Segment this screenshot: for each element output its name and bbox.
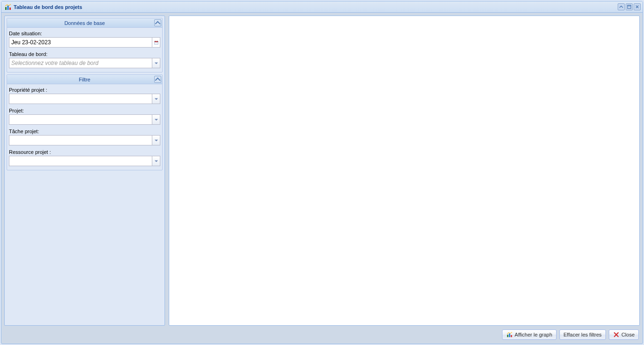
close-icon[interactable] xyxy=(634,3,641,10)
svg-rect-2 xyxy=(9,8,11,10)
chevron-down-icon[interactable] xyxy=(152,94,160,104)
resource-label: Ressource projet : xyxy=(9,149,160,155)
show-graph-label: Afficher le graph xyxy=(515,332,552,337)
show-graph-button[interactable]: Afficher le graph xyxy=(502,329,557,340)
form-row-resource: Ressource projet : xyxy=(9,149,160,166)
fieldset-filter-title: Filtre xyxy=(79,77,90,82)
chart-icon xyxy=(506,331,513,338)
project-combo[interactable] xyxy=(9,114,160,125)
collapse-up-icon[interactable] xyxy=(154,19,161,26)
close-icon xyxy=(613,331,620,338)
clear-filters-label: Effacer les filtres xyxy=(564,332,602,337)
chevron-down-icon[interactable] xyxy=(152,136,160,145)
svg-rect-15 xyxy=(509,333,510,337)
resource-input[interactable] xyxy=(9,156,152,166)
titlebar: Tableau de bord des projets xyxy=(1,1,643,13)
property-combo[interactable] xyxy=(9,94,160,104)
form-row-project: Projet: xyxy=(9,108,160,125)
window-title: Tableau de bord des projets xyxy=(14,4,618,10)
form-row-property: Propriété projet : xyxy=(9,87,160,104)
chevron-down-icon[interactable] xyxy=(152,115,160,124)
clear-filters-button[interactable]: Effacer les filtres xyxy=(559,329,606,340)
chevron-down-icon[interactable] xyxy=(152,58,160,68)
fieldset-base-data: Données de base Date situation: xyxy=(7,18,163,72)
collapse-up-icon[interactable] xyxy=(618,3,625,10)
dashboard-combo[interactable] xyxy=(9,58,160,68)
dashboard-input[interactable] xyxy=(9,58,152,68)
svg-rect-1 xyxy=(8,6,9,10)
date-situation-input[interactable] xyxy=(9,38,152,47)
fieldset-filter: Filtre Propriété projet : xyxy=(7,74,163,170)
footer-toolbar: Afficher le graph Effacer les filtres Cl… xyxy=(4,329,640,341)
maximize-icon[interactable] xyxy=(626,3,633,10)
svg-rect-16 xyxy=(510,335,512,337)
form-row-date: Date situation: xyxy=(9,31,160,48)
task-combo[interactable] xyxy=(9,135,160,145)
task-label: Tâche projet: xyxy=(9,128,160,134)
chevron-down-icon[interactable] xyxy=(152,156,160,166)
form-row-dashboard: Tableau de bord: xyxy=(9,51,160,68)
fieldset-filter-header: Filtre xyxy=(7,75,162,84)
content-area: Données de base Date situation: xyxy=(4,16,640,326)
form-row-task: Tâche projet: xyxy=(9,128,160,145)
close-label: Close xyxy=(621,332,635,337)
chart-icon xyxy=(4,3,12,11)
resource-combo[interactable] xyxy=(9,156,160,166)
task-input[interactable] xyxy=(9,136,152,145)
collapse-up-icon[interactable] xyxy=(154,76,161,83)
close-button[interactable]: Close xyxy=(609,329,639,340)
svg-rect-14 xyxy=(507,335,509,337)
fieldset-base-title: Données de base xyxy=(64,20,105,26)
main-graph-area xyxy=(169,16,640,326)
property-input[interactable] xyxy=(9,94,152,104)
window-body: Données de base Date situation: xyxy=(1,13,643,344)
svg-rect-11 xyxy=(155,42,156,43)
window-tools xyxy=(618,3,641,10)
dashboard-label: Tableau de bord: xyxy=(9,51,160,57)
date-situation-field[interactable] xyxy=(9,37,160,48)
fieldset-filter-body: Propriété projet : Projet: xyxy=(7,84,162,170)
date-situation-label: Date situation: xyxy=(9,31,160,36)
fieldset-base-header: Données de base xyxy=(7,18,162,28)
sidebar: Données de base Date situation: xyxy=(4,16,165,326)
window-project-dashboard: Tableau de bord des projets Données de b… xyxy=(1,1,643,344)
project-input[interactable] xyxy=(9,115,152,124)
svg-rect-0 xyxy=(5,7,7,10)
fieldset-base-body: Date situation: Tableau de bord: xyxy=(7,28,162,72)
project-label: Projet: xyxy=(9,108,160,113)
svg-rect-13 xyxy=(157,42,157,43)
svg-rect-12 xyxy=(156,42,157,43)
property-label: Propriété projet : xyxy=(9,87,160,93)
svg-rect-3 xyxy=(628,5,631,8)
calendar-icon[interactable] xyxy=(152,38,160,47)
